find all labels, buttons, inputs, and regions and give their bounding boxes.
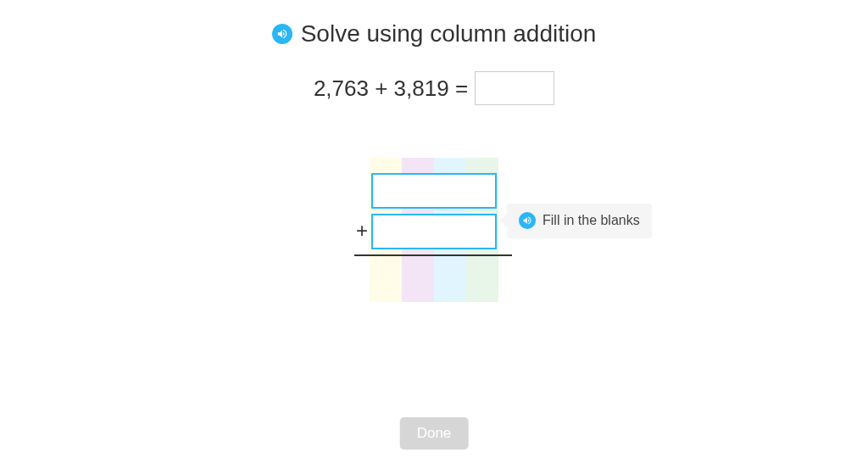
sum-line bbox=[354, 254, 512, 256]
title-row: Solve using column addition bbox=[272, 20, 597, 48]
plus-sign: + bbox=[356, 219, 368, 243]
main-container: Solve using column addition 2,763 + 3,81… bbox=[0, 0, 868, 158]
answer-input[interactable] bbox=[475, 71, 554, 105]
equation-row: 2,763 + 3,819 = bbox=[314, 71, 554, 105]
hint-text: Fill in the blanks bbox=[542, 213, 640, 228]
page-title: Solve using column addition bbox=[301, 20, 597, 48]
done-button[interactable]: Done bbox=[400, 417, 469, 450]
addend-1-input[interactable] bbox=[371, 173, 497, 209]
speaker-icon[interactable] bbox=[519, 212, 536, 229]
hint-tooltip: Fill in the blanks bbox=[507, 204, 652, 238]
speaker-icon[interactable] bbox=[272, 24, 292, 44]
equation-text: 2,763 + 3,819 = bbox=[314, 75, 468, 102]
addend-2-input[interactable] bbox=[371, 214, 497, 249]
